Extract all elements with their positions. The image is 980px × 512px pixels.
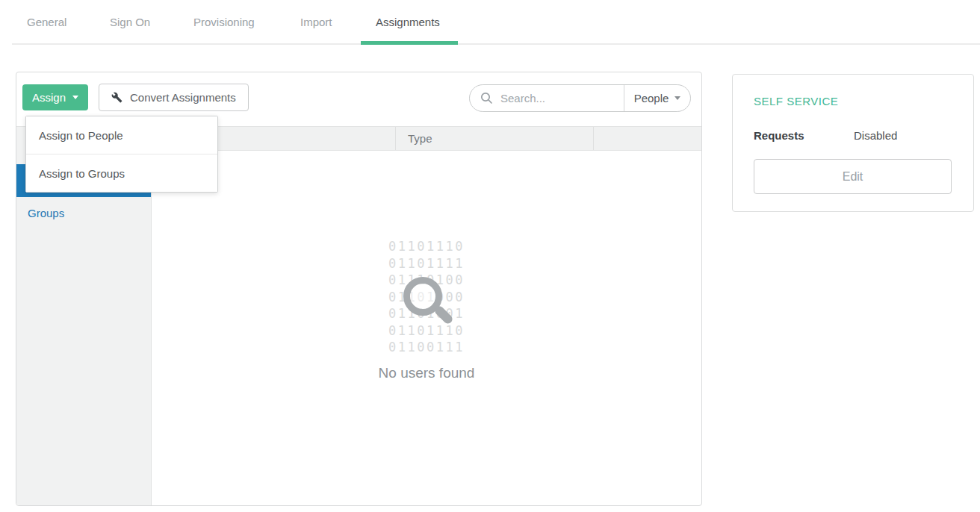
empty-state-message: No users found bbox=[152, 365, 701, 381]
binary-line: 01100111 bbox=[152, 339, 701, 356]
binary-line: 01101110 bbox=[152, 322, 701, 340]
search-scope-label: People bbox=[634, 92, 669, 104]
search-input[interactable] bbox=[499, 91, 624, 105]
convert-assignments-label: Convert Assignments bbox=[130, 91, 236, 104]
tab-general[interactable]: General bbox=[27, 16, 66, 28]
menu-item-assign-to-groups[interactable]: Assign to Groups bbox=[26, 154, 217, 192]
assign-dropdown-menu: Assign to People Assign to Groups bbox=[25, 116, 218, 193]
binary-line: 01101111 bbox=[152, 255, 701, 272]
column-divider bbox=[395, 127, 396, 150]
convert-assignments-button[interactable]: Convert Assignments bbox=[99, 84, 249, 111]
search-section bbox=[470, 85, 624, 111]
self-service-title: SELF SERVICE bbox=[754, 95, 838, 107]
active-tab-underline bbox=[361, 41, 458, 45]
type-column-header: Type bbox=[408, 127, 432, 150]
tab-provisioning[interactable]: Provisioning bbox=[193, 16, 255, 28]
sidebar-item-groups[interactable]: Groups bbox=[16, 197, 151, 230]
assignments-panel: Assign Convert Assignments People Type G… bbox=[16, 72, 702, 506]
search-icon bbox=[480, 92, 493, 104]
search-scope-dropdown[interactable]: People bbox=[624, 85, 690, 111]
assign-button[interactable]: Assign bbox=[22, 84, 88, 110]
binary-line: 01101110 bbox=[152, 238, 701, 255]
wrench-icon bbox=[111, 92, 122, 103]
tab-bar-divider bbox=[12, 43, 980, 45]
assign-button-label: Assign bbox=[32, 91, 66, 104]
tab-import[interactable]: Import bbox=[300, 16, 332, 28]
requests-value: Disabled bbox=[854, 129, 897, 142]
chevron-down-icon bbox=[72, 96, 78, 99]
self-service-panel: SELF SERVICE Requests Disabled Edit bbox=[732, 74, 974, 212]
chevron-down-icon bbox=[674, 96, 680, 100]
table-header-row: Type bbox=[151, 126, 701, 151]
tab-assignments[interactable]: Assignments bbox=[376, 16, 440, 28]
search-bar: People bbox=[469, 84, 691, 112]
edit-button[interactable]: Edit bbox=[754, 159, 952, 194]
column-divider bbox=[593, 127, 594, 150]
menu-item-assign-to-people[interactable]: Assign to People bbox=[26, 116, 217, 154]
requests-label: Requests bbox=[754, 129, 804, 142]
tab-sign-on[interactable]: Sign On bbox=[110, 16, 150, 28]
